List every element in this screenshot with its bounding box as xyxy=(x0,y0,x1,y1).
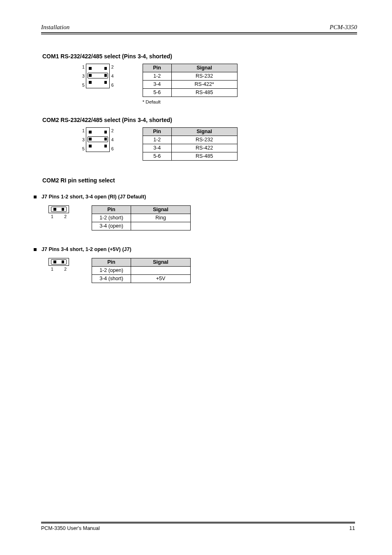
header-rule-thin xyxy=(41,34,357,35)
pin-label: 2 xyxy=(64,267,67,272)
table-row: 1-2RS-232 xyxy=(143,72,237,80)
pin xyxy=(53,208,56,211)
bullet-icon xyxy=(34,196,37,198)
pin-label: 2 xyxy=(111,64,114,69)
table-row: 1-2 (open) xyxy=(92,266,191,274)
pin-label: 1 xyxy=(51,214,53,219)
pin-label: 5 xyxy=(82,83,85,88)
table-row: 5-6RS-485 xyxy=(143,152,237,160)
pin-label: 2 xyxy=(64,214,67,219)
section-title: COM2 RS-232/422/485 select (Pins 3-4, sh… xyxy=(42,117,357,123)
pin-label: 3 xyxy=(82,137,85,142)
header-left: Installation xyxy=(41,24,69,31)
jumper-diagram-com1: 1 3 5 2 4 6 xyxy=(82,64,114,88)
pin-label: 3 xyxy=(82,74,85,78)
table-com2: PinSignal 1-2RS-232 3-4RS-422 5-6RS-485 xyxy=(143,127,238,161)
th-pin: Pin xyxy=(92,205,131,214)
table-row: 3-4RS-422 xyxy=(143,144,237,152)
bullet-icon xyxy=(34,248,37,251)
pin xyxy=(104,81,107,84)
subsection-alias: (J7) xyxy=(122,246,131,252)
page-footer: PCM-3350 User's Manual 11 xyxy=(41,522,355,532)
section-com2: COM2 RS-232/422/485 select (Pins 3-4, sh… xyxy=(41,117,357,161)
shunt xyxy=(88,136,108,142)
pin xyxy=(89,131,92,134)
pin-label: 4 xyxy=(111,74,114,78)
pin xyxy=(62,208,65,211)
subsection-title: J7 Pins 3-4 short, 1-2 open (+5V) xyxy=(42,246,121,252)
table-row: 3-4 (open) xyxy=(92,222,191,230)
shunt xyxy=(88,73,108,78)
subsection-title: J7 Pins 1-2 short, 3-4 open (RI) xyxy=(42,194,117,200)
table-row: 1-2 (short)Ring xyxy=(92,214,191,222)
footnote: * Default xyxy=(143,99,238,104)
section-title: COM2 RI pin setting select xyxy=(42,177,357,184)
pin-label: 6 xyxy=(111,83,114,88)
pin-label: 5 xyxy=(82,146,85,151)
pin-label: 1 xyxy=(82,64,85,69)
pin xyxy=(104,67,107,70)
header-rule xyxy=(41,32,357,33)
table-com1: PinSignal 1-2RS-232 3-4RS-422* 5-6RS-485 xyxy=(143,64,238,97)
page-number: 11 xyxy=(349,525,355,531)
th-signal: Signal xyxy=(171,64,237,72)
pin xyxy=(104,145,107,147)
pin-label: 1 xyxy=(51,267,53,272)
section-title: COM1 RS-232/422/485 select (Pins 3-4, sh… xyxy=(42,53,357,60)
table-row: 3-4 (short)+5V xyxy=(92,274,191,283)
th-pin: Pin xyxy=(143,127,171,136)
table-row: 3-4RS-422* xyxy=(143,80,237,88)
pin xyxy=(62,260,65,263)
pin xyxy=(89,145,92,147)
table-row: 1-2RS-232 xyxy=(143,136,237,144)
th-pin: Pin xyxy=(143,64,171,72)
section-com1: COM1 RS-232/422/485 select (Pins 3-4, sh… xyxy=(41,53,357,104)
pin-label: 6 xyxy=(111,146,114,151)
table-j7a: PinSignal 1-2 (short)Ring 3-4 (open) xyxy=(92,205,191,230)
table-row: 5-6RS-485 xyxy=(143,88,237,97)
pin xyxy=(104,131,107,134)
pin-label: 1 xyxy=(82,128,85,133)
header-right: PCM-3350 xyxy=(330,24,357,31)
section-irq12: COM2 RI pin setting select J7 Pins 1-2 s… xyxy=(41,177,357,283)
pin xyxy=(89,81,92,84)
subsection-alias: (J7 Default) xyxy=(118,194,146,200)
th-signal: Signal xyxy=(131,258,191,266)
pin xyxy=(53,260,56,263)
footer-left: PCM-3350 User's Manual xyxy=(41,525,100,531)
th-signal: Signal xyxy=(131,205,191,214)
subsection-j7b: J7 Pins 3-4 short, 1-2 open (+5V) (J7) 1… xyxy=(41,246,357,283)
jumper-diagram-j7a: 12 xyxy=(48,205,69,219)
table-j7b: PinSignal 1-2 (open) 3-4 (short)+5V xyxy=(92,258,191,283)
th-signal: Signal xyxy=(171,127,237,136)
pin xyxy=(89,67,92,70)
jumper-diagram-j7b: 12 xyxy=(48,258,69,272)
pin-label: 4 xyxy=(111,137,114,142)
th-pin: Pin xyxy=(92,258,131,266)
pin-label: 2 xyxy=(111,128,114,133)
jumper-diagram-com2: 1 3 5 2 4 6 xyxy=(82,127,114,152)
subsection-j7a: J7 Pins 1-2 short, 3-4 open (RI) (J7 Def… xyxy=(41,193,357,230)
